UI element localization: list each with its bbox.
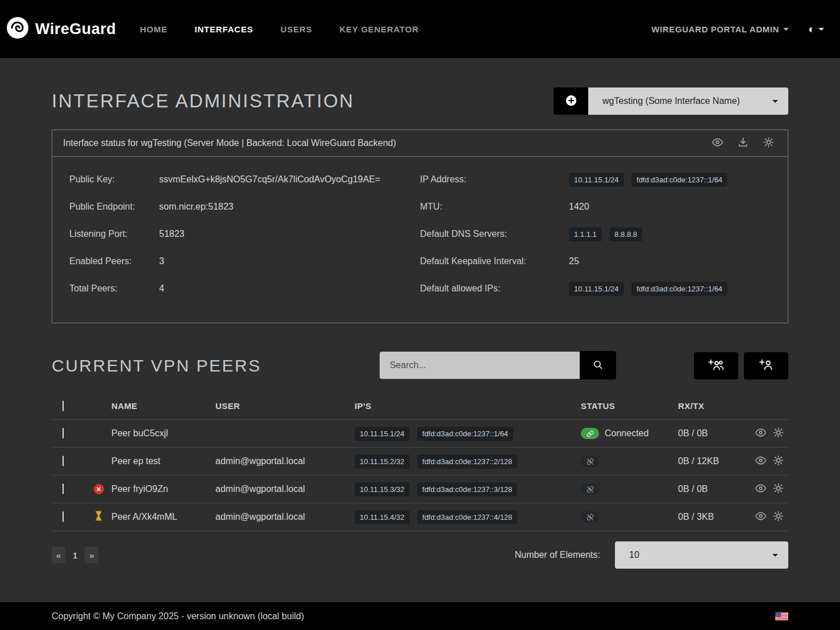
- elements-count-label: Number of Elements:: [515, 550, 600, 560]
- nav-item-interfaces[interactable]: INTERFACES: [195, 24, 253, 34]
- peer-ip-badge: 10.11.15.3/32: [355, 482, 410, 497]
- table-header-row: NAME USER IP'S STATUS RX/TX: [52, 392, 788, 420]
- peer-name: Peer fryiO9Zn: [111, 484, 215, 494]
- edit-interface-button[interactable]: [763, 137, 774, 149]
- view-peer-button[interactable]: [755, 483, 766, 495]
- table-row: Peer A/Xk4mML admin@wgportal.local 10.11…: [52, 503, 788, 531]
- peer-rxtx: 0B / 3KB: [678, 512, 737, 522]
- public-endpoint-value: som.nicr.ep:51823: [159, 202, 420, 212]
- peer-name: Peer buC5cxjl: [111, 428, 215, 439]
- download-config-button[interactable]: [738, 137, 748, 149]
- interface-select[interactable]: wgTesting (Some Interface Name): [588, 87, 788, 115]
- theme-toggle[interactable]: ◐: [808, 23, 824, 36]
- page-title: INTERFACE ADMINISTRATION: [52, 90, 354, 112]
- pagination-prev-button[interactable]: «: [52, 546, 65, 564]
- footer: Copyright © My Company 2025 - version un…: [0, 602, 840, 630]
- search-button[interactable]: [580, 351, 616, 379]
- total-peers-value: 4: [159, 283, 420, 294]
- ip-address-label: IP Address:: [420, 174, 569, 185]
- eye-icon: [755, 511, 766, 523]
- total-peers-label: Total Peers:: [69, 283, 159, 294]
- brand-name: WireGuard: [35, 20, 116, 38]
- expired-icon: ×: [94, 484, 104, 494]
- view-peer-button[interactable]: [755, 511, 766, 523]
- pending-icon: [94, 511, 103, 523]
- chevron-down-icon: [772, 554, 778, 557]
- row-checkbox[interactable]: [63, 456, 64, 466]
- table-row: Peer buC5cxjl 10.11.15.1/24 fdfd:d3ad:c0…: [52, 420, 788, 448]
- row-checkbox[interactable]: [63, 428, 64, 439]
- gear-icon: [773, 427, 784, 440]
- edit-peer-button[interactable]: [773, 455, 784, 468]
- public-key-value: ssvmEelxG+k8jsNO5G7cq5r/Ak7liCodAvOyoCg1…: [159, 174, 420, 185]
- user-menu-label: WIREGUARD PORTAL ADMIN: [651, 24, 779, 34]
- nav-item-users[interactable]: USERS: [281, 24, 313, 34]
- peer-ip-badge: 10.11.15.2/32: [355, 454, 410, 469]
- peer-ip-badge: fdfd:d3ad:c0de:1237::4/128: [417, 510, 517, 524]
- main-nav: HOME INTERFACES USERS KEY GENERATOR: [140, 24, 419, 34]
- peer-user: admin@wgportal.local: [215, 512, 355, 522]
- add-users-icon: [708, 358, 725, 373]
- user-menu[interactable]: WIREGUARD PORTAL ADMIN: [651, 24, 789, 34]
- chevron-down-icon: [783, 28, 789, 31]
- link-disconnected-icon: [581, 511, 599, 523]
- dns-badge: 8.8.8.8: [609, 227, 642, 241]
- add-multiple-peers-button[interactable]: [694, 352, 738, 379]
- interface-status-card: Interface status for wgTesting (Server M…: [52, 130, 788, 323]
- add-peer-button[interactable]: [744, 352, 788, 379]
- nav-item-home[interactable]: HOME: [140, 24, 167, 34]
- enabled-peers-label: Enabled Peers:: [69, 256, 159, 266]
- peer-ip-badge: fdfd:d3ad:c0de:1237::2/128: [417, 454, 517, 469]
- theme-toggle-icon: ◐: [808, 23, 815, 36]
- elements-count-select[interactable]: 10: [615, 541, 788, 569]
- peer-name: Peer ep test: [111, 456, 215, 466]
- enabled-peers-value: 3: [159, 256, 420, 266]
- dns-servers-label: Default DNS Servers:: [420, 229, 569, 239]
- add-interface-button[interactable]: [554, 87, 588, 115]
- plus-circle-icon: [565, 94, 577, 109]
- table-row: Peer ep test admin@wgportal.local 10.11.…: [52, 448, 788, 475]
- peers-section-title: CURRENT VPN PEERS: [52, 356, 261, 376]
- allowed-ips-label: Default allowed IPs:: [420, 283, 569, 294]
- link-connected-icon: [581, 428, 599, 439]
- row-checkbox[interactable]: [63, 483, 64, 494]
- col-header-status: STATUS: [581, 401, 678, 411]
- search-icon: [593, 360, 603, 372]
- peer-user: admin@wgportal.local: [215, 456, 355, 466]
- us-flag-icon[interactable]: [775, 612, 788, 621]
- table-row: × Peer fryiO9Zn admin@wgportal.local 10.…: [52, 475, 788, 503]
- allowed-ip-badge: fdfd:d3ad:c0de:1237::1/64: [631, 282, 727, 296]
- edit-peer-button[interactable]: [773, 511, 784, 523]
- edit-peer-button[interactable]: [773, 427, 784, 440]
- peer-ip-badge: fdfd:d3ad:c0de:1237::1/64: [417, 427, 513, 441]
- interface-status-title: Interface status for wgTesting (Server M…: [63, 138, 396, 148]
- navbar: WireGuard HOME INTERFACES USERS KEY GENE…: [0, 0, 840, 58]
- pagination-next-button[interactable]: »: [85, 546, 98, 564]
- view-config-button[interactable]: [712, 137, 723, 149]
- dns-badge: 1.1.1.1: [569, 227, 602, 241]
- pagination: « 1 »: [52, 546, 98, 564]
- eye-icon: [755, 455, 766, 468]
- gear-icon: [773, 455, 784, 468]
- view-peer-button[interactable]: [755, 455, 766, 468]
- view-peer-button[interactable]: [755, 427, 766, 440]
- keepalive-value: 25: [569, 256, 771, 266]
- peer-status-text: Connected: [605, 428, 648, 439]
- brand[interactable]: WireGuard: [6, 16, 116, 42]
- pagination-current-page[interactable]: 1: [67, 550, 83, 560]
- col-header-ips: IP'S: [355, 401, 581, 411]
- gear-icon: [773, 511, 784, 523]
- chevron-down-icon: [818, 28, 824, 31]
- nav-item-key-generator[interactable]: KEY GENERATOR: [339, 24, 419, 34]
- select-all-checkbox[interactable]: [63, 400, 64, 411]
- edit-peer-button[interactable]: [773, 483, 784, 495]
- peer-ip-badge: 10.11.15.4/32: [355, 510, 410, 524]
- row-checkbox[interactable]: [63, 511, 64, 522]
- peer-rxtx: 0B / 12KB: [678, 456, 737, 466]
- col-header-name: NAME: [111, 401, 215, 411]
- peer-ip-badge: fdfd:d3ad:c0de:1237::3/128: [417, 482, 517, 497]
- peer-user: admin@wgportal.local: [215, 484, 355, 494]
- add-user-icon: [758, 358, 775, 373]
- listening-port-value: 51823: [159, 229, 420, 239]
- search-input[interactable]: [380, 352, 580, 379]
